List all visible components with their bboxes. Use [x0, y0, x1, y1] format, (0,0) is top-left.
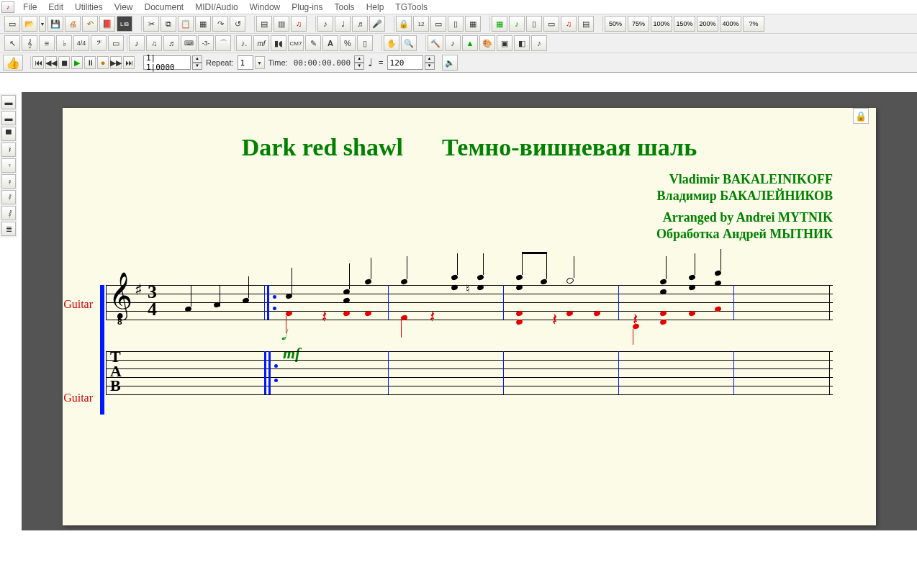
new-doc-icon[interactable]: ▭	[4, 16, 20, 32]
percent-icon[interactable]: %	[340, 35, 356, 51]
sheet-icon[interactable]: ▤	[578, 16, 594, 32]
note-tool-icon[interactable]: ♫	[561, 16, 577, 32]
menu-utilities[interactable]: Utilities	[69, 1, 109, 14]
menu-tgtools[interactable]: TGTools	[389, 1, 433, 14]
note-mover-icon[interactable]: ♪	[445, 35, 461, 51]
measure-icon[interactable]: ▭	[430, 16, 446, 32]
key-tool-icon[interactable]: ♭	[56, 35, 72, 51]
bar-tool-icon[interactable]: ≡	[39, 35, 55, 51]
zoom-other[interactable]: ?%	[743, 16, 764, 32]
zoom-100[interactable]: 100%	[651, 16, 672, 32]
zoom-200[interactable]: 200%	[697, 16, 718, 32]
keyboard-icon[interactable]: ⌨	[181, 35, 196, 51]
menu-file[interactable]: File	[17, 1, 42, 14]
mirror-icon[interactable]: ◧	[514, 35, 530, 51]
menu-edit[interactable]: Edit	[42, 1, 69, 14]
32nd-rest-icon[interactable]: 𝄿	[1, 174, 16, 189]
thumb-icon[interactable]: 👍	[3, 55, 23, 71]
zoom-150[interactable]: 150%	[674, 16, 695, 32]
hyperscribe-icon[interactable]: ♬	[163, 35, 179, 51]
scroll-view-icon[interactable]: ▥	[274, 16, 289, 32]
whole-rest-icon[interactable]: ▬	[1, 95, 16, 109]
repeat-tool-icon[interactable]: ▮◖	[271, 35, 286, 51]
measure-tool-icon[interactable]: ▭	[108, 35, 124, 51]
menu-help[interactable]: Help	[361, 1, 390, 14]
tempo-field[interactable]	[387, 55, 423, 70]
text-icon[interactable]: A	[322, 35, 338, 51]
open-icon[interactable]: 📂	[22, 16, 37, 32]
green-tool-icon[interactable]: ▦	[492, 16, 507, 32]
64th-rest-icon[interactable]: 𝅀	[1, 190, 16, 204]
note3-icon[interactable]: ♬	[352, 16, 368, 32]
paste-icon[interactable]: 📋	[178, 16, 194, 32]
lyrics-icon[interactable]: ✎	[305, 35, 321, 51]
half-rest-icon[interactable]: ▬	[1, 111, 16, 125]
selection-tool-icon[interactable]: ↖	[4, 35, 20, 51]
time-spinner[interactable]: ▲▼	[354, 55, 364, 70]
multi-rest-icon[interactable]: ≣	[1, 222, 16, 236]
hand-icon[interactable]: ✋	[384, 35, 399, 51]
page-tool-icon[interactable]: ▭	[543, 16, 559, 32]
menu-window[interactable]: Window	[244, 1, 286, 14]
grid-icon[interactable]: 12	[413, 16, 429, 32]
articulation-icon[interactable]: ♪.	[236, 35, 252, 51]
score-title[interactable]: Dark red shawl Темно-вишневая шаль	[106, 134, 833, 161]
shape-icon[interactable]: ▲	[462, 35, 478, 51]
copy-icon[interactable]: ⧉	[161, 16, 176, 32]
book-icon[interactable]: 📕	[99, 16, 115, 32]
repeat-dropdown-icon[interactable]: ▼	[255, 56, 265, 69]
play-icon[interactable]: ▶	[71, 56, 83, 69]
expression-icon[interactable]: mf	[253, 35, 269, 51]
open-dropdown-icon[interactable]: ▼	[39, 16, 46, 32]
doc-icon[interactable]: ▯	[526, 16, 542, 32]
lock-tool-icon[interactable]: 🔒	[396, 16, 412, 32]
quarter-rest-icon[interactable]: ▀	[1, 127, 16, 141]
midi-tool-icon[interactable]: ♪	[531, 35, 547, 51]
menu-document[interactable]: Document	[139, 1, 190, 14]
tempo-spinner[interactable]: ▲▼	[425, 55, 435, 70]
clef-tool-icon[interactable]: 𝄢	[91, 35, 107, 51]
eighth-rest-icon[interactable]: 𝄽	[1, 143, 16, 157]
position-field[interactable]: 1| 1|0000	[143, 55, 191, 70]
simple-entry-icon[interactable]: ♪	[129, 35, 145, 51]
library-icon[interactable]: LIB	[117, 16, 132, 32]
save-icon[interactable]: 💾	[48, 16, 63, 32]
mic-icon[interactable]: 🎤	[369, 16, 385, 32]
page-view-icon[interactable]: ▤	[256, 16, 272, 32]
layer-lock-icon[interactable]: 🔒	[853, 108, 869, 124]
palette-icon[interactable]: 🎨	[479, 35, 495, 51]
hammer-icon[interactable]: 🔨	[428, 35, 443, 51]
chord-icon[interactable]: CM7	[288, 35, 304, 51]
forward-icon[interactable]: ▶▶	[110, 56, 122, 69]
menu-midi-audio[interactable]: MIDI/Audio	[189, 1, 243, 14]
score-page[interactable]: Dark red shawl Темно-вишневая шаль Vladi…	[63, 108, 876, 525]
workspace[interactable]: Dark red shawl Темно-вишневая шаль Vladi…	[22, 92, 917, 530]
menu-tools[interactable]: Tools	[329, 1, 361, 14]
zoom-75[interactable]: 75%	[628, 16, 649, 32]
position-spinner[interactable]: ▲▼	[192, 55, 202, 70]
select-icon[interactable]: ▦	[195, 16, 211, 32]
record-icon[interactable]: ●	[97, 56, 109, 69]
staff-system[interactable]: Guitar 𝄞 8 ♯ 34	[106, 285, 833, 394]
stop-icon[interactable]: ◼	[58, 56, 70, 69]
rewind-start-icon[interactable]: ⏮	[32, 56, 44, 69]
staff-tablature[interactable]: T A B	[106, 351, 833, 394]
time-tool-icon[interactable]: 4/4	[73, 35, 89, 51]
smart-shape-icon[interactable]: ⌒	[215, 35, 231, 51]
rewind-icon[interactable]: ◀◀	[45, 56, 57, 69]
zoom-400[interactable]: 400%	[720, 16, 741, 32]
note2-icon[interactable]: ♩	[335, 16, 351, 32]
studio-view-icon[interactable]: ♫	[291, 16, 307, 32]
undo2-icon[interactable]: ↺	[230, 16, 245, 32]
staff-notation[interactable]: 𝄞 8 ♯ 34	[106, 285, 833, 320]
ossia-icon[interactable]: ▣	[497, 35, 512, 51]
zoom-50[interactable]: 50%	[605, 16, 626, 32]
print-icon[interactable]: 🖨	[65, 16, 81, 32]
redo-icon[interactable]: ↷	[212, 16, 228, 32]
tuplet-icon[interactable]: -3-	[198, 35, 214, 51]
forward-end-icon[interactable]: ⏭	[123, 56, 135, 69]
note1-icon[interactable]: ♪	[317, 16, 333, 32]
menu-plugins[interactable]: Plug-ins	[286, 1, 328, 14]
rest-tool-icon[interactable]: ▯	[448, 16, 464, 32]
zoom-tool-icon[interactable]: 🔍	[401, 35, 417, 51]
